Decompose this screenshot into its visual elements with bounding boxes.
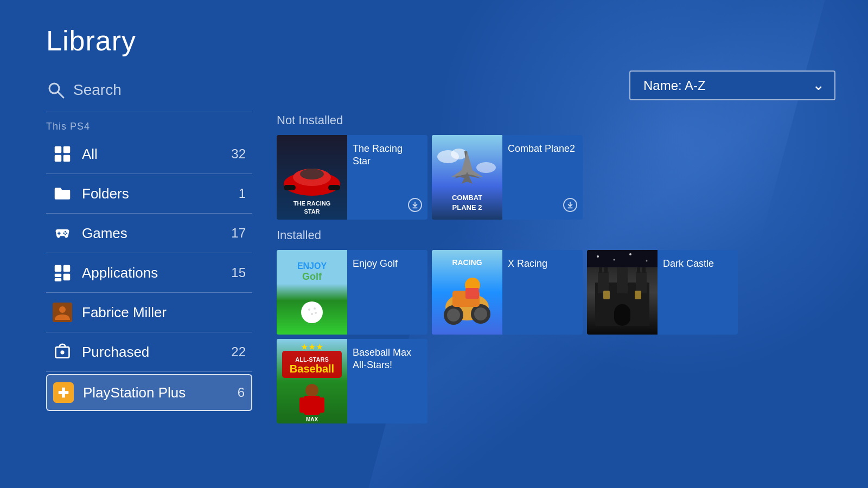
game-card-baseball[interactable]: ★★★ ALL-STARS Baseball MAX <box>277 339 427 423</box>
grid-icon <box>53 144 72 164</box>
svg-point-52 <box>474 307 487 320</box>
svg-point-75 <box>646 260 648 262</box>
svg-point-74 <box>629 253 631 255</box>
this-ps4-label: This PS4 <box>46 114 252 137</box>
folder-icon <box>53 184 72 203</box>
svg-rect-59 <box>598 272 609 293</box>
sidebar-item-fabrice-miller-label: Fabrice Miller <box>82 304 246 321</box>
sidebar: Search This PS4 All 32 Folders 1 <box>46 70 252 455</box>
svg-text:THE RACING: THE RACING <box>293 200 330 207</box>
game-card-racing-star[interactable]: THE RACING STAR The Racing Star <box>277 135 427 220</box>
page-title: Library <box>46 24 136 57</box>
svg-point-41 <box>308 309 310 311</box>
search-label: Search <box>73 81 122 99</box>
svg-point-8 <box>65 231 66 233</box>
svg-point-73 <box>614 259 615 261</box>
svg-rect-14 <box>55 274 61 277</box>
search-row[interactable]: Search <box>46 70 252 110</box>
game-card-dark-castle[interactable]: Dark Castle <box>587 250 738 335</box>
game-card-enjoy-golf[interactable]: ENJOY Golf Enjoy Golf <box>277 250 427 335</box>
svg-rect-71 <box>587 250 658 267</box>
game-card-x-racing[interactable]: RACING X Racing <box>432 250 583 335</box>
divider-games <box>46 253 252 253</box>
svg-rect-22 <box>59 391 69 394</box>
svg-line-1 <box>58 92 63 98</box>
game-title-baseball: Baseball Max All-Stars! <box>353 346 422 372</box>
divider-all <box>46 174 252 174</box>
sort-dropdown[interactable]: Name: A-Z Name: Z-A Recently Added Recen… <box>629 70 835 100</box>
download-icon-combat-plane[interactable] <box>563 198 577 212</box>
divider-purchased <box>46 371 252 372</box>
svg-rect-12 <box>55 265 61 272</box>
sidebar-item-all[interactable]: All 32 <box>46 137 252 171</box>
svg-rect-60 <box>636 272 647 293</box>
sidebar-item-purchased-count: 22 <box>231 344 246 359</box>
game-thumb-combat-plane: COMBAT PLANE 2 <box>432 135 502 220</box>
game-title-x-racing: X Racing <box>508 258 577 270</box>
installed-heading: Installed <box>277 228 835 242</box>
sidebar-item-playstation-plus[interactable]: PlayStation Plus 6 <box>46 374 252 411</box>
sidebar-item-purchased-label: Purchased <box>82 344 221 361</box>
sort-bar: Name: A-Z Name: Z-A Recently Added Recen… <box>277 70 835 100</box>
sidebar-item-folders-count: 1 <box>239 186 246 201</box>
svg-text:STAR: STAR <box>304 208 320 215</box>
game-thumb-x-racing: RACING <box>432 250 502 335</box>
svg-rect-83 <box>299 397 308 413</box>
download-icon-racing-star[interactable] <box>408 198 422 212</box>
purchased-icon <box>53 342 72 362</box>
svg-point-43 <box>311 313 313 315</box>
svg-rect-68 <box>614 304 630 326</box>
not-installed-heading: Not Installed <box>277 113 835 127</box>
sidebar-item-applications[interactable]: Applications 15 <box>46 255 252 290</box>
main-content: Name: A-Z Name: Z-A Recently Added Recen… <box>277 70 835 455</box>
svg-rect-7 <box>58 233 60 234</box>
svg-rect-15 <box>63 274 70 280</box>
svg-point-11 <box>63 233 65 234</box>
svg-rect-16 <box>55 278 61 281</box>
svg-rect-69 <box>603 291 610 299</box>
svg-text:MAX: MAX <box>306 416 318 422</box>
svg-point-10 <box>65 234 66 235</box>
svg-point-18 <box>59 306 66 313</box>
ps-plus-icon <box>54 383 73 402</box>
svg-text:COMBAT: COMBAT <box>452 194 482 202</box>
svg-rect-63 <box>604 267 608 273</box>
svg-rect-13 <box>63 265 70 272</box>
sort-dropdown-wrapper: Name: A-Z Name: Z-A Recently Added Recen… <box>629 70 835 100</box>
sidebar-item-applications-count: 15 <box>231 265 246 280</box>
installed-section: Installed <box>277 228 835 423</box>
search-icon <box>46 80 66 100</box>
sidebar-item-fabrice-miller[interactable]: Fabrice Miller <box>46 295 252 330</box>
svg-point-50 <box>447 309 460 322</box>
divider-folders <box>46 213 252 214</box>
sidebar-item-games[interactable]: Games 17 <box>46 216 252 251</box>
game-thumb-baseball: ★★★ ALL-STARS Baseball MAX <box>277 339 347 423</box>
game-card-combat-plane[interactable]: COMBAT PLANE 2 Combat Plane2 <box>432 135 583 220</box>
svg-rect-5 <box>63 155 70 162</box>
svg-text:PLANE 2: PLANE 2 <box>452 203 482 211</box>
installed-grid: ENJOY Golf Enjoy Golf <box>277 250 835 423</box>
divider-applications <box>46 292 252 293</box>
svg-rect-28 <box>328 185 340 190</box>
sidebar-item-all-count: 32 <box>231 146 246 162</box>
svg-point-9 <box>66 233 68 234</box>
svg-rect-62 <box>599 267 602 273</box>
svg-point-26 <box>300 169 324 179</box>
svg-text:Baseball: Baseball <box>290 363 334 375</box>
game-title-combat-plane: Combat Plane2 <box>508 143 577 155</box>
svg-point-34 <box>451 149 467 159</box>
svg-point-72 <box>597 255 599 258</box>
game-thumb-dark-castle <box>587 250 658 335</box>
game-thumb-racing-star: THE RACING STAR <box>277 135 347 220</box>
not-installed-section: Not Installed <box>277 113 835 220</box>
svg-rect-64 <box>637 267 640 273</box>
game-action-combat-plane <box>508 198 577 212</box>
svg-rect-55 <box>465 288 479 299</box>
svg-rect-61 <box>617 266 628 293</box>
game-thumb-enjoy-golf: ENJOY Golf <box>277 250 347 335</box>
sidebar-item-purchased[interactable]: Purchased 22 <box>46 335 252 369</box>
svg-point-35 <box>476 162 496 173</box>
svg-point-40 <box>301 301 323 323</box>
sidebar-item-games-label: Games <box>82 225 221 242</box>
sidebar-item-folders[interactable]: Folders 1 <box>46 176 252 211</box>
